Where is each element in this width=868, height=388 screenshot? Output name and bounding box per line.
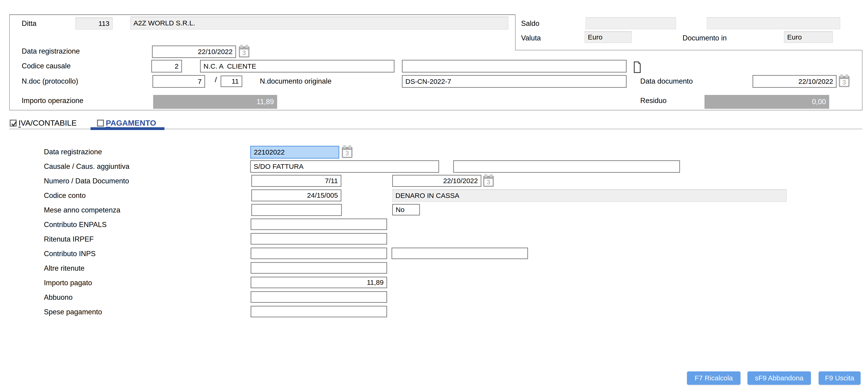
- causale-aggiuntiva-field[interactable]: [453, 160, 680, 173]
- checkbox-pagamento-unchecked[interactable]: [97, 120, 104, 127]
- numero-data-documento-label: Numero / Data Documento: [44, 177, 129, 186]
- valuta-field: [585, 31, 632, 43]
- saldo-panel: Saldo Valuta Documento in: [515, 14, 863, 50]
- codice-causale-extra-field[interactable]: [402, 60, 627, 72]
- importo-pagato-label: Importo pagato: [44, 279, 92, 287]
- causale-label: Causale / Caus. aggiuntiva: [44, 162, 130, 171]
- importo-operazione-value: 11,89: [153, 95, 277, 109]
- calendar-icon[interactable]: 3: [483, 176, 494, 187]
- calendar-icon[interactable]: 3: [239, 46, 249, 58]
- calendar-icon[interactable]: 3: [342, 147, 352, 158]
- ricalcola-button[interactable]: F7 Ricalcola: [687, 371, 741, 385]
- calendar-icon[interactable]: 3: [839, 76, 849, 87]
- mese-anno-competenza-field[interactable]: [251, 204, 342, 216]
- ndoc-originale-label: N.documento originale: [260, 77, 332, 86]
- codice-conto-label: Codice conto: [44, 191, 86, 200]
- contributo-enpals-label: Contributo ENPALS: [44, 220, 107, 229]
- valuta-label: Valuta: [521, 34, 541, 42]
- importo-operazione-label: Importo operazione: [22, 96, 83, 105]
- data-registrazione-field[interactable]: [152, 45, 236, 58]
- ditta-code-field: [75, 18, 113, 30]
- ndoc-separator: /: [215, 75, 217, 84]
- codice-causale-desc-field[interactable]: [200, 60, 395, 72]
- abbuono-field[interactable]: [251, 291, 387, 303]
- numero-documento-field[interactable]: [251, 175, 341, 187]
- tab-pagamento-label[interactable]: PAGAMENTO: [106, 118, 156, 128]
- codice-causale-label: Codice causale: [22, 62, 71, 70]
- ditta-label: Ditta: [22, 19, 36, 28]
- contributo-inps-field[interactable]: [251, 248, 387, 259]
- pag-data-registrazione-label: Data registrazione: [44, 148, 102, 156]
- causale-field[interactable]: [250, 160, 439, 173]
- codice-conto-field[interactable]: [251, 189, 341, 201]
- residuo-label: Residuo: [640, 96, 666, 105]
- ndoc-originale-field[interactable]: [402, 75, 627, 88]
- spese-pagamento-label: Spese pagamento: [44, 308, 102, 316]
- ndoc-bis-field[interactable]: [221, 75, 242, 87]
- ndoc-field[interactable]: [152, 75, 205, 88]
- mese-anno-competenza-label: Mese anno competenza: [44, 206, 120, 215]
- uscita-button[interactable]: F9 Uscita: [818, 371, 861, 385]
- contributo-inps-label: Contributo INPS: [44, 250, 96, 258]
- ritenuta-irpef-field[interactable]: [251, 233, 387, 245]
- codice-conto-desc-field: [392, 189, 787, 202]
- data-documento-label: Data documento: [640, 77, 693, 86]
- ditta-name-field: [130, 17, 508, 30]
- document-header-panel: Ditta Data registrazione 3 Codice causal…: [9, 14, 863, 110]
- abbuono-label: Abbuono: [44, 293, 72, 302]
- contributo-enpals-field[interactable]: [251, 219, 387, 230]
- saldo-field-2: [707, 17, 840, 29]
- data-documento-field[interactable]: [752, 75, 837, 88]
- saldo-field-1: [586, 17, 676, 29]
- documento-in-label: Documento in: [683, 34, 726, 42]
- payment-entry-screen: Ditta Data registrazione 3 Codice causal…: [0, 0, 868, 388]
- ndoc-label: N.doc (protocollo): [22, 77, 78, 86]
- documento-in-field: [784, 31, 833, 43]
- pag-data-documento-field[interactable]: [392, 175, 482, 187]
- pag-data-registrazione-field[interactable]: [250, 146, 339, 159]
- active-tab-indicator: [91, 127, 164, 130]
- abbandona-button[interactable]: sF9 Abbandona: [747, 371, 811, 385]
- spese-pagamento-field[interactable]: [251, 306, 387, 317]
- mese-anno-flag-field[interactable]: [392, 204, 420, 216]
- altre-ritenute-field[interactable]: [251, 262, 387, 274]
- residuo-value: 0,00: [705, 95, 829, 109]
- tab-iva-contabile-label[interactable]: IVA/CONTABILE: [19, 118, 77, 128]
- ritenuta-irpef-label: Ritenuta IRPEF: [44, 235, 94, 244]
- codice-causale-code-field[interactable]: [151, 60, 182, 72]
- importo-pagato-field[interactable]: [251, 277, 387, 288]
- data-registrazione-label: Data registrazione: [22, 47, 80, 56]
- document-icon[interactable]: [633, 61, 641, 74]
- contributo-inps-field-2[interactable]: [392, 248, 528, 259]
- altre-ritenute-label: Altre ritenute: [44, 264, 85, 273]
- checkbox-iva-contabile-checked[interactable]: [10, 120, 17, 127]
- saldo-label: Saldo: [521, 19, 539, 28]
